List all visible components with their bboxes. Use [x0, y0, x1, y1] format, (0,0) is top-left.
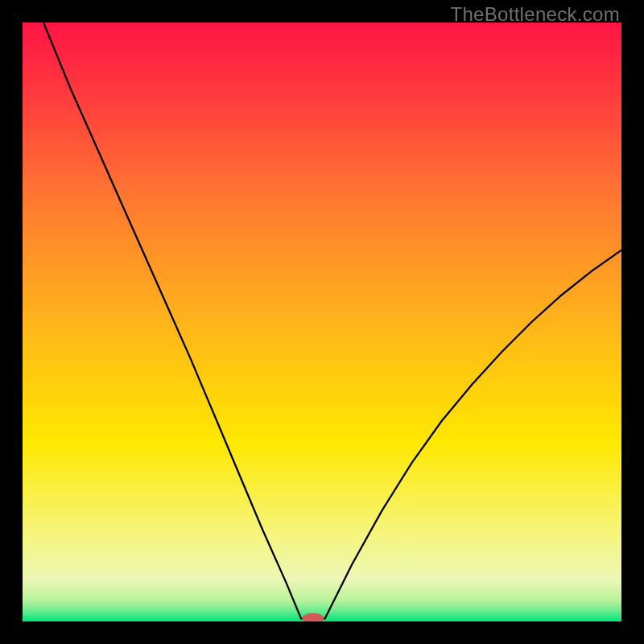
chart-svg: [23, 23, 621, 621]
chart-frame: TheBottleneck.com: [0, 0, 644, 644]
plot-area: [23, 23, 621, 621]
